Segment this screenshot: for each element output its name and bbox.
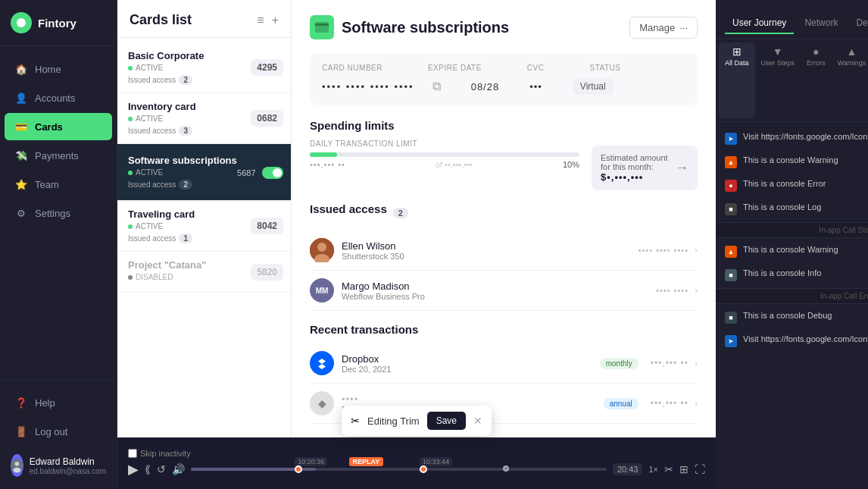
access-name-margo: Margo Madison bbox=[342, 281, 425, 292]
card-item-inventory[interactable]: Inventory card ACTIVE Issued access 3 06… bbox=[117, 93, 291, 144]
log-text-1: This is a console Warning bbox=[743, 155, 868, 165]
sidebar-item-logout[interactable]: 🚪 Log out bbox=[5, 418, 112, 445]
card-item-traveling[interactable]: Traveling card ACTIVE Issued access 1 80… bbox=[117, 201, 291, 252]
card-access-software: Issued access 2 bbox=[128, 180, 238, 190]
scissors-icon: ✂ bbox=[351, 415, 360, 427]
video-controls-row: Skip inactivity bbox=[128, 449, 705, 458]
tab-user-journey[interactable]: User Journey bbox=[725, 13, 794, 34]
editing-trim-bar: ✂ Editing Trim Save ✕ bbox=[342, 406, 492, 436]
sub-tab-errors[interactable]: ● Errors bbox=[801, 42, 832, 118]
tx-arrow-dropbox: › bbox=[695, 358, 698, 368]
sidebar-item-settings-label: Settings bbox=[35, 208, 70, 219]
right-panel-tabs: User Journey Network Device Info 👥 Parti… bbox=[716, 0, 868, 39]
copy-icon[interactable]: ⧉ bbox=[432, 80, 441, 93]
trim-button[interactable]: ✂ bbox=[664, 463, 673, 475]
separator-call-starts: In-app Call Starts bbox=[716, 222, 868, 238]
card-number-traveling: 8042 bbox=[251, 218, 283, 234]
log-item-1[interactable]: ▲ This is a console Warning 10:15 PM bbox=[716, 150, 868, 174]
skip-label: Skip inactivity bbox=[140, 449, 191, 458]
svg-point-7 bbox=[317, 243, 326, 252]
access-num-ellen: •••• •••• •••• bbox=[639, 246, 688, 255]
sub-tab-all-data[interactable]: ⊞ All Data bbox=[719, 42, 755, 118]
log-item-5[interactable]: ▲ This is a console Warning 12:45 PM bbox=[716, 240, 868, 263]
sidebar-item-home[interactable]: 🏠 Home bbox=[5, 55, 112, 83]
sub-tab-warnings[interactable]: ▲ Warnings bbox=[832, 42, 868, 118]
sidebar-item-payments[interactable]: 💸 Payments bbox=[5, 142, 112, 169]
daily-limit-label: DAILY TRANSACTION LIMIT bbox=[310, 139, 579, 148]
card-detail-title: Software subscriptions bbox=[342, 19, 509, 36]
play-button[interactable]: ▶ bbox=[128, 461, 139, 478]
tab-network[interactable]: Network bbox=[797, 13, 845, 34]
user-profile[interactable]: Edward Baldwin ed.baldwin@nasa.com bbox=[0, 447, 117, 484]
sidebar-item-help[interactable]: ❓ Help bbox=[5, 389, 112, 416]
card-name-basic: Basic Corporate bbox=[128, 50, 238, 61]
log-list: ➤ Visit https://fonts.google.com/Icons..… bbox=[716, 122, 868, 489]
spending-right: Estimated amount for this month: $•,•••,… bbox=[592, 139, 698, 190]
sidebar-item-settings[interactable]: ⚙ Settings bbox=[5, 199, 112, 227]
timeline-dot-1[interactable] bbox=[295, 465, 302, 473]
log-text-9: Visit https://fonts.google.com/Icons... bbox=[743, 334, 868, 343]
cards-panel: Cards list ≡ + Basic Corporate ACTIVE Is… bbox=[117, 0, 292, 437]
card-toggle-software[interactable]: 5687 bbox=[237, 165, 283, 179]
card-status-inventory: ACTIVE bbox=[128, 114, 238, 123]
log-item-6[interactable]: ■ This is a console Info 12:48 PM bbox=[716, 263, 868, 287]
card-detail-icon bbox=[310, 15, 334, 39]
log-icon-1: ▲ bbox=[725, 156, 737, 168]
sidebar-item-accounts[interactable]: 👤 Accounts bbox=[5, 84, 112, 111]
timeline[interactable]: 10:20:36 10:33:44 REPLAY bbox=[191, 463, 607, 475]
fullscreen-button[interactable]: ⛶ bbox=[695, 463, 705, 475]
card-name-catana: Project "Catana" bbox=[128, 259, 238, 271]
card-status-catana: DISABLED bbox=[128, 273, 238, 281]
manage-button[interactable]: Manage ··· bbox=[629, 17, 698, 39]
log-item-2[interactable]: ● This is a console Error 10:20 PM bbox=[716, 174, 868, 197]
trim-close-button[interactable]: ✕ bbox=[473, 415, 482, 427]
card-number-catana: 5820 bbox=[251, 264, 283, 281]
add-card-icon[interactable]: + bbox=[272, 14, 279, 27]
sub-tabs-main: ⊞ All Data ▼ User Steps ● Errors ▲ Warni… bbox=[716, 39, 868, 121]
refresh-button[interactable]: ↺ bbox=[157, 463, 166, 475]
card-item-catana[interactable]: Project "Catana" DISABLED 5820 bbox=[117, 252, 291, 293]
log-text-3: This is a console Log bbox=[743, 202, 868, 212]
tx-name-dropbox: Dropbox bbox=[342, 353, 391, 365]
issued-access-section: Issued access 2 Ellen Wilson Shutterstoc… bbox=[310, 202, 698, 311]
card-num-values: •••• •••• •••• •••• ⧉ 08/28 ••• Virtual bbox=[322, 78, 685, 95]
dropbox-icon bbox=[310, 351, 334, 375]
timeline-dot-3[interactable] bbox=[503, 465, 509, 472]
log-item-8[interactable]: ■ This is a console Debug 12:50 PM bbox=[716, 306, 868, 329]
log-item-3[interactable]: ■ This is a console Log 11:35 PM bbox=[716, 197, 868, 221]
sidebar-item-team[interactable]: ⭐ Team bbox=[5, 171, 112, 198]
sidebar-item-cards[interactable]: 💳 Cards bbox=[5, 113, 112, 140]
transaction-dropbox[interactable]: Dropbox Dec 20, 2021 monthly •••,••• •• … bbox=[310, 343, 698, 384]
access-item-margo[interactable]: MM Margo Madison Webflow Business Pro ••… bbox=[310, 271, 698, 311]
percent-label: 10% bbox=[563, 160, 579, 169]
card-number-value: •••• •••• •••• •••• bbox=[322, 81, 414, 92]
log-icon-9: ➤ bbox=[725, 335, 737, 347]
cards-panel-header: Cards list ≡ + bbox=[117, 0, 291, 38]
dropbox-info: Dropbox Dec 20, 2021 bbox=[342, 353, 391, 374]
skip-inactivity-checkbox[interactable] bbox=[128, 449, 137, 458]
tx-badge-tx2: annual bbox=[604, 398, 639, 409]
card-name-inventory: Inventory card bbox=[128, 101, 238, 112]
volume-button[interactable]: 🔊 bbox=[172, 463, 185, 475]
sub-tab-user-steps[interactable]: ▼ User Steps bbox=[755, 42, 801, 118]
access-item-ellen[interactable]: Ellen Wilson Shutterstock 350 •••• •••• … bbox=[310, 230, 698, 271]
screen-button[interactable]: ⊞ bbox=[679, 463, 688, 475]
filter-icon[interactable]: ≡ bbox=[257, 14, 264, 27]
log-icon-3: ■ bbox=[725, 203, 737, 215]
card-status-traveling: ACTIVE bbox=[128, 222, 238, 230]
tab-device-info[interactable]: Device Info bbox=[848, 13, 868, 34]
card-detail-header: Software subscriptions Manage ··· bbox=[310, 15, 698, 39]
spending-title: Spending limits bbox=[310, 119, 698, 132]
user-steps-label: User Steps bbox=[761, 59, 795, 67]
log-item-0[interactable]: ➤ Visit https://fonts.google.com/Icons..… bbox=[716, 127, 868, 150]
log-text-6: This is a console Info bbox=[743, 268, 868, 277]
card-item-software[interactable]: Software subscriptions ACTIVE Issued acc… bbox=[117, 144, 291, 201]
estimated-arrow-icon[interactable]: → bbox=[675, 160, 688, 176]
log-item-9[interactable]: ➤ Visit https://fonts.google.com/Icons..… bbox=[716, 329, 868, 353]
card-item-basic[interactable]: Basic Corporate ACTIVE Issued access 2 4… bbox=[117, 42, 291, 93]
timeline-dot-2[interactable] bbox=[420, 465, 427, 473]
trim-save-button[interactable]: Save bbox=[427, 412, 466, 430]
transactions-title: Recent transactions bbox=[310, 323, 698, 336]
step-back-button[interactable]: ⟪ bbox=[145, 463, 151, 475]
skip-inactivity-label[interactable]: Skip inactivity bbox=[128, 449, 191, 458]
